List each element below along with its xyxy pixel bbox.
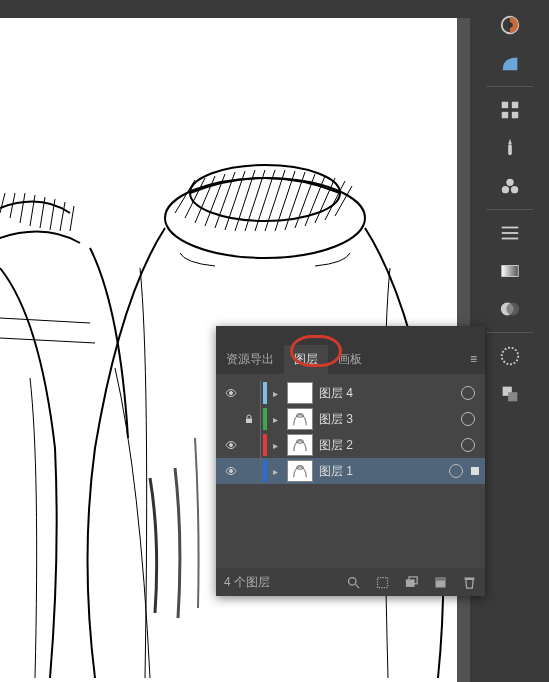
appearance-icon[interactable] — [489, 337, 531, 375]
panel-menu-icon[interactable]: ≡ — [470, 352, 477, 366]
svg-line-2 — [175, 180, 195, 213]
stroke-icon[interactable] — [489, 214, 531, 252]
layers-list: ▸图层 4▸图层 3▸图层 2▸图层 1 — [216, 374, 485, 490]
target-icon[interactable] — [461, 386, 475, 400]
layers-panel[interactable]: •• × 资源导出 图层 画板 ≡ ▸图层 4▸图层 3▸图层 2▸图层 1 4… — [216, 326, 485, 596]
layer-thumbnail[interactable] — [287, 382, 313, 404]
delete-layer-icon[interactable] — [462, 575, 477, 590]
layer-thumbnail[interactable] — [287, 460, 313, 482]
svg-point-1 — [190, 165, 340, 221]
svg-rect-29 — [501, 102, 507, 108]
divider — [260, 432, 261, 458]
svg-point-51 — [230, 470, 233, 473]
target-icon[interactable] — [449, 464, 463, 478]
transparency-icon[interactable] — [489, 290, 531, 328]
layer-name-label[interactable]: 图层 3 — [319, 411, 461, 428]
svg-rect-47 — [246, 419, 252, 424]
svg-rect-33 — [508, 144, 512, 155]
svg-line-21 — [20, 193, 25, 223]
visibility-toggle[interactable] — [222, 387, 240, 399]
divider — [260, 380, 261, 406]
layer-color-strip — [263, 460, 267, 482]
brush-icon[interactable] — [489, 129, 531, 167]
target-icon[interactable] — [461, 412, 475, 426]
layer-row[interactable]: ▸图层 2 — [216, 432, 485, 458]
lock-toggle[interactable] — [240, 413, 258, 425]
svg-line-22 — [30, 195, 35, 226]
visibility-toggle[interactable] — [222, 465, 240, 477]
swatches-icon[interactable] — [489, 91, 531, 129]
layer-thumbnail[interactable] — [287, 434, 313, 456]
svg-rect-31 — [501, 112, 507, 118]
gradient-icon[interactable] — [489, 252, 531, 290]
divider — [260, 458, 261, 484]
svg-rect-40 — [501, 266, 518, 277]
locate-object-icon[interactable] — [346, 575, 361, 590]
tab-layers[interactable]: 图层 — [284, 345, 328, 374]
svg-point-35 — [501, 186, 508, 193]
svg-rect-32 — [511, 112, 517, 118]
svg-rect-30 — [511, 102, 517, 108]
new-sublayer-icon[interactable] — [404, 575, 419, 590]
svg-line-19 — [0, 193, 5, 213]
svg-point-46 — [230, 392, 233, 395]
svg-point-28 — [507, 22, 513, 28]
graphic-styles-icon[interactable] — [489, 375, 531, 413]
svg-line-54 — [355, 584, 359, 588]
target-icon[interactable] — [461, 438, 475, 452]
layer-thumbnail[interactable] — [287, 408, 313, 430]
svg-point-43 — [501, 348, 518, 365]
new-layer-icon[interactable] — [433, 575, 448, 590]
svg-rect-60 — [465, 577, 475, 579]
svg-point-34 — [506, 179, 513, 186]
canvas-top-bar — [0, 0, 470, 18]
svg-rect-45 — [508, 392, 517, 401]
tab-artboards[interactable]: 画板 — [328, 345, 372, 374]
layer-name-label[interactable]: 图层 2 — [319, 437, 461, 454]
svg-point-49 — [230, 444, 233, 447]
make-clipping-mask-icon[interactable] — [375, 575, 390, 590]
color-picker-icon[interactable] — [489, 6, 531, 44]
svg-line-26 — [70, 206, 74, 231]
tab-asset-export[interactable]: 资源导出 — [216, 345, 284, 374]
svg-point-36 — [510, 186, 517, 193]
divider — [260, 406, 261, 432]
symbol-icon[interactable] — [489, 167, 531, 205]
layer-name-label[interactable]: 图层 1 — [319, 463, 449, 480]
layer-row[interactable]: ▸图层 3 — [216, 406, 485, 432]
svg-line-25 — [60, 202, 65, 231]
svg-line-5 — [205, 174, 225, 226]
shape-tool-icon[interactable] — [489, 44, 531, 82]
svg-point-42 — [506, 303, 519, 316]
panel-tabs: 资源导出 图层 画板 ≡ — [216, 326, 485, 374]
selection-indicator — [471, 467, 479, 475]
svg-rect-59 — [436, 577, 446, 580]
panel-footer: 4 个图层 — [216, 568, 485, 596]
layer-count-label: 4 个图层 — [224, 574, 270, 591]
layer-name-label[interactable]: 图层 4 — [319, 385, 461, 402]
expand-arrow-icon[interactable]: ▸ — [269, 414, 281, 425]
expand-arrow-icon[interactable]: ▸ — [269, 440, 281, 451]
layer-color-strip — [263, 382, 267, 404]
layer-color-strip — [263, 434, 267, 456]
svg-point-53 — [349, 577, 357, 585]
svg-rect-55 — [378, 577, 388, 587]
layer-row[interactable]: ▸图层 4 — [216, 380, 485, 406]
svg-line-4 — [195, 176, 215, 223]
visibility-toggle[interactable] — [222, 439, 240, 451]
layer-color-strip — [263, 408, 267, 430]
expand-arrow-icon[interactable]: ▸ — [269, 466, 281, 477]
layer-row[interactable]: ▸图层 1 — [216, 458, 485, 484]
expand-arrow-icon[interactable]: ▸ — [269, 388, 281, 399]
